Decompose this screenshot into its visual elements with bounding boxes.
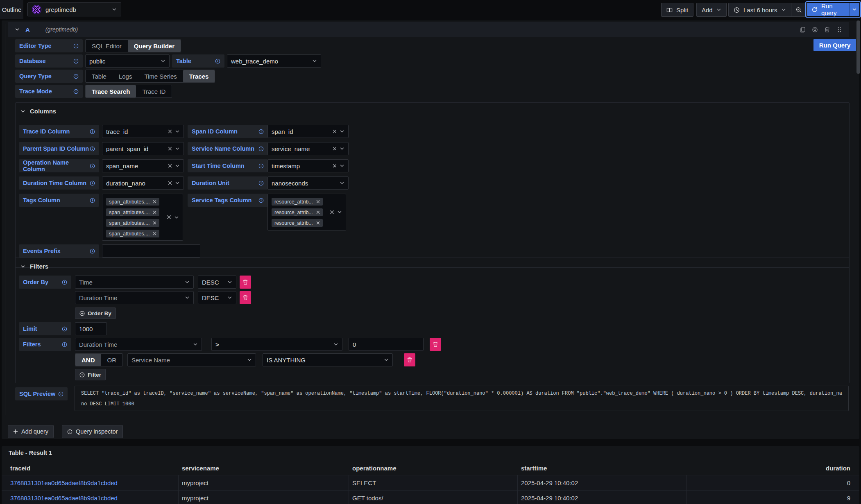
outline-toggle[interactable]: Outline xyxy=(0,0,23,19)
remove-tag-icon[interactable] xyxy=(316,210,320,214)
info-icon[interactable] xyxy=(62,280,67,285)
query-row-header[interactable]: A (greptimedb) xyxy=(8,22,849,37)
delete-filter-button[interactable] xyxy=(430,338,441,351)
start-time-column-select[interactable]: timestamp xyxy=(267,159,349,172)
add-filter-button[interactable]: Filter xyxy=(75,369,106,380)
info-icon[interactable] xyxy=(73,43,79,49)
info-icon[interactable] xyxy=(90,163,95,169)
info-icon[interactable] xyxy=(73,59,79,64)
info-icon[interactable] xyxy=(62,326,67,332)
option-sql-editor[interactable]: SQL Editor xyxy=(86,40,128,52)
clear-all-icon[interactable] xyxy=(167,215,171,219)
remove-tag-icon[interactable] xyxy=(153,232,156,235)
time-range-picker[interactable]: Last 6 hours xyxy=(729,3,791,16)
remove-tag-icon[interactable] xyxy=(153,221,156,225)
delete-order-by-button[interactable] xyxy=(240,276,251,289)
info-icon[interactable] xyxy=(258,163,264,169)
add-query-button[interactable]: Add query xyxy=(8,425,54,438)
datasource-picker[interactable]: greptimedb xyxy=(27,2,121,16)
query-inspector-button[interactable]: Query inspector xyxy=(62,425,123,438)
info-icon[interactable] xyxy=(62,342,67,347)
trace-link[interactable]: 3768831301ea0d65adaef8b9da1cbded xyxy=(2,475,179,490)
service-tags-column-multiselect[interactable]: resource_attrib... resource_attrib... re… xyxy=(267,194,346,231)
run-query-button[interactable]: Run query xyxy=(807,3,849,16)
column-header-starttime[interactable]: starttime xyxy=(518,461,687,475)
span-id-column-select[interactable]: span_id xyxy=(267,125,349,138)
zoom-out-button[interactable] xyxy=(791,3,807,16)
service-name-column-select[interactable]: service_name xyxy=(267,142,349,155)
filter-field-select[interactable]: Service Name xyxy=(127,353,256,366)
duplicate-query-button[interactable] xyxy=(797,24,808,35)
tags-column-multiselect[interactable]: span_attributes.... span_attributes.... … xyxy=(102,194,183,241)
filter-value-input[interactable] xyxy=(349,338,424,351)
drag-handle[interactable] xyxy=(834,24,845,35)
delete-filter-button[interactable] xyxy=(404,353,415,366)
delete-query-button[interactable] xyxy=(822,24,832,35)
option-table[interactable]: Table xyxy=(86,70,113,82)
duration-time-column-select[interactable]: duration_nano xyxy=(102,176,184,190)
trace-id-column-select[interactable]: trace_id xyxy=(102,125,184,138)
info-icon[interactable] xyxy=(258,146,264,151)
column-header-traceid[interactable]: traceid xyxy=(2,461,179,475)
clear-all-icon[interactable] xyxy=(330,210,334,215)
option-trace-id[interactable]: Trace ID xyxy=(136,85,172,97)
option-and[interactable]: AND xyxy=(75,354,101,366)
info-icon[interactable] xyxy=(258,129,264,134)
remove-tag-icon[interactable] xyxy=(316,200,320,203)
column-header-operationname[interactable]: operationname xyxy=(349,461,518,475)
option-logs[interactable]: Logs xyxy=(113,70,138,82)
operation-name-column-select[interactable]: span_name xyxy=(102,159,184,172)
info-icon[interactable] xyxy=(73,74,79,79)
clear-icon[interactable] xyxy=(333,164,337,168)
add-order-by-button[interactable]: Order By xyxy=(75,307,116,319)
columns-section-header[interactable]: Columns xyxy=(20,108,56,115)
scrollbar-thumb[interactable] xyxy=(856,20,860,74)
option-or[interactable]: OR xyxy=(101,354,123,366)
clear-icon[interactable] xyxy=(333,147,337,151)
parent-span-id-column-select[interactable]: parent_span_id xyxy=(102,142,184,155)
add-button[interactable]: Add xyxy=(696,3,727,17)
filter-field-select[interactable]: Duration Time xyxy=(75,338,202,351)
column-header-duration[interactable]: duration xyxy=(687,461,859,475)
run-query-editor-button[interactable]: Run Query xyxy=(813,39,856,51)
order-direction-select[interactable]: DESC xyxy=(198,276,236,289)
clear-icon[interactable] xyxy=(333,129,337,133)
remove-tag-icon[interactable] xyxy=(153,210,156,214)
info-icon[interactable] xyxy=(73,89,79,94)
events-prefix-input[interactable] xyxy=(102,244,200,258)
trace-link[interactable]: 3768831301ea0d65adaef8b9da1cbded xyxy=(2,490,179,504)
clear-icon[interactable] xyxy=(168,181,172,185)
option-query-builder[interactable]: Query Builder xyxy=(128,40,181,52)
order-by-field-select[interactable]: Time xyxy=(75,276,194,289)
filter-operator-select[interactable]: > xyxy=(211,338,342,351)
column-header-servicename[interactable]: servicename xyxy=(179,461,349,475)
order-direction-select[interactable]: DESC xyxy=(198,291,236,304)
info-icon[interactable] xyxy=(90,181,95,186)
info-icon[interactable] xyxy=(90,129,95,134)
collapse-chevron-icon[interactable] xyxy=(15,27,20,32)
order-by-field-select[interactable]: Duration Time xyxy=(75,291,194,304)
remove-tag-icon[interactable] xyxy=(316,221,320,225)
option-trace-search[interactable]: Trace Search xyxy=(86,85,136,97)
info-icon[interactable] xyxy=(215,59,220,64)
clear-icon[interactable] xyxy=(168,147,172,151)
clear-icon[interactable] xyxy=(168,164,172,168)
option-traces[interactable]: Traces xyxy=(183,70,215,82)
info-icon[interactable] xyxy=(258,181,264,186)
info-icon[interactable] xyxy=(90,146,95,151)
toggle-visibility-button[interactable] xyxy=(809,24,820,35)
limit-input[interactable] xyxy=(75,322,107,335)
clear-icon[interactable] xyxy=(168,129,172,133)
info-icon[interactable] xyxy=(90,198,95,203)
database-select[interactable]: public xyxy=(85,54,170,68)
filters-section-header[interactable]: Filters xyxy=(20,263,48,270)
info-icon[interactable] xyxy=(90,249,95,254)
delete-order-by-button[interactable] xyxy=(240,291,251,304)
table-select[interactable]: web_trace_demo xyxy=(227,54,321,68)
option-time-series[interactable]: Time Series xyxy=(138,70,183,82)
remove-tag-icon[interactable] xyxy=(153,200,156,203)
info-icon[interactable] xyxy=(58,391,63,397)
info-icon[interactable] xyxy=(258,198,264,203)
split-button[interactable]: Split xyxy=(661,3,693,17)
filter-operator-select[interactable]: IS ANYTHING xyxy=(263,353,393,366)
